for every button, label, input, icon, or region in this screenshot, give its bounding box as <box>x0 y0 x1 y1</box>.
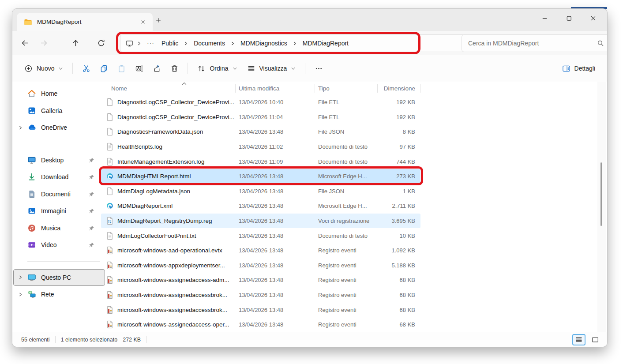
file-row[interactable]: microsoft-windows-assignedaccessbrok...1… <box>101 302 420 317</box>
sidebar-item-questo-pc[interactable]: Questo PC <box>13 269 105 286</box>
column-header-name[interactable]: Nome <box>101 85 235 92</box>
sidebar-item-galleria[interactable]: Galleria <box>13 102 105 120</box>
file-row[interactable]: HealthScripts.log13/04/2026 11:02Documen… <box>101 139 420 154</box>
file-name-cell: microsoft-windows-assignedaccessbrok... <box>101 291 235 299</box>
edge-html-icon <box>106 202 113 210</box>
breadcrumb-segment[interactable]: MDMDiagnostics <box>237 38 291 48</box>
column-header-size[interactable]: Dimensione <box>377 85 420 92</box>
column-header-modified[interactable]: Ultima modifica <box>235 85 315 92</box>
vertical-scrollbar[interactable] <box>597 82 606 332</box>
scrollbar-thumb[interactable] <box>600 162 602 226</box>
sidebar-item-download[interactable]: Download <box>13 169 105 186</box>
list-lines-icon <box>247 64 255 73</box>
trash-icon <box>170 64 179 73</box>
column-header-type[interactable]: Tipo <box>315 85 377 92</box>
sidebar-item-label: Questo PC <box>41 274 71 281</box>
file-row[interactable]: MdmDiagLogMetadata.json13/04/2026 13:48F… <box>101 184 420 199</box>
cut-button[interactable] <box>77 60 95 77</box>
forward-arrow-icon <box>40 39 48 47</box>
event-log-icon <box>106 246 113 255</box>
share-button[interactable] <box>148 60 165 77</box>
sidebar-item-rete[interactable]: Rete <box>13 286 105 303</box>
view-button-label: Visualizza <box>259 65 287 72</box>
file-row[interactable]: MDMDiagReport.xml13/04/2026 13:48Microso… <box>101 199 420 214</box>
file-row[interactable]: DiagnosticLogCSP_Collector_DeviceProvi..… <box>101 95 420 110</box>
more-options-button[interactable] <box>310 60 327 77</box>
copy-button[interactable] <box>95 60 113 77</box>
column-separator[interactable] <box>235 84 236 93</box>
sidebar-item-home[interactable]: Home <box>13 85 105 102</box>
file-row[interactable]: microsoft-windows-appxdeploymentser...13… <box>101 258 420 273</box>
file-row[interactable]: microsoft-windows-assignedaccess-adm...1… <box>101 273 420 288</box>
file-name-cell: MdmDiagReport_RegistryDump.reg <box>101 217 235 225</box>
sidebar-item-immagini[interactable]: Immagini <box>13 203 105 220</box>
new-tab-button[interactable] <box>153 15 164 26</box>
address-bar[interactable]: ···PublicDocumentsMDMDiagnosticsMDMDiagR… <box>120 34 469 52</box>
breadcrumb-segment[interactable]: Documents <box>190 38 229 48</box>
sidebar-item-label: Musica <box>41 225 60 232</box>
chevron-down-icon <box>233 66 237 71</box>
file-size-cell: 744 KB <box>377 158 420 165</box>
file-list: Nome Ultima modifica Tipo Dimensione Dia… <box>101 82 420 332</box>
new-button[interactable]: Nuovo <box>19 60 68 77</box>
file-size-cell: 5.188 KB <box>377 262 420 269</box>
refresh-button[interactable] <box>95 37 107 49</box>
file-explorer-window: MDMDiagReport ···PublicDocumentsMDMDiagn… <box>12 9 607 347</box>
file-row[interactable]: MdmLogCollectorFootPrint.txt13/04/2026 1… <box>101 228 420 243</box>
close-button[interactable] <box>581 9 605 27</box>
chevron-right-icon[interactable] <box>16 292 24 297</box>
column-separator[interactable] <box>420 84 420 93</box>
chevron-right-icon[interactable] <box>183 41 189 46</box>
view-button[interactable]: Visualizza <box>242 60 301 77</box>
forward-button[interactable] <box>38 37 50 49</box>
file-name-cell: microsoft-windows-assignedaccess-adm... <box>101 276 235 284</box>
file-row[interactable]: microsoft-windows-aad-operational.evtx13… <box>101 243 420 258</box>
toolbar-divider <box>188 63 188 74</box>
pin-icon <box>88 242 94 248</box>
file-row[interactable]: DiagnosticLogCSP_Collector_DeviceProvi..… <box>101 110 420 125</box>
search-box[interactable] <box>462 34 607 52</box>
details-view-toggle[interactable] <box>572 334 585 345</box>
up-button[interactable] <box>69 37 82 49</box>
chevron-right-icon[interactable] <box>16 275 24 280</box>
file-size-cell: 192 KB <box>377 99 420 105</box>
rename-button[interactable] <box>130 60 148 77</box>
chevron-right-icon[interactable] <box>292 41 298 46</box>
tab-close-button[interactable] <box>138 17 148 27</box>
breadcrumb-ellipsis[interactable]: ··· <box>143 38 158 48</box>
file-row[interactable]: DiagnosticsFrameworkData.json13/04/2026 … <box>101 124 420 139</box>
sidebar-item-musica[interactable]: Musica <box>13 220 105 237</box>
minimize-button[interactable] <box>533 9 557 27</box>
sort-button[interactable]: Ordina <box>192 60 242 77</box>
file-row[interactable]: MDMDiagHTMLReport.html13/04/2026 13:48Mi… <box>101 169 420 184</box>
file-name-text: DiagnosticLogCSP_Collector_DeviceProvi..… <box>117 114 234 120</box>
search-input[interactable] <box>467 39 597 47</box>
breadcrumb-segment[interactable]: Public <box>158 38 182 48</box>
sidebar-item-video[interactable]: Video <box>13 236 105 254</box>
explorer-tab[interactable]: MDMDiagReport <box>17 13 153 31</box>
column-separator[interactable] <box>315 84 315 93</box>
column-separator[interactable] <box>377 84 378 93</box>
back-button[interactable] <box>19 37 31 49</box>
sidebar-item-documenti[interactable]: Documenti <box>13 186 105 203</box>
file-row[interactable]: MdmDiagReport_RegistryDump.reg13/04/2026… <box>101 214 420 229</box>
file-modified-cell: 13/04/2026 13:48 <box>235 128 315 135</box>
paste-button-disabled[interactable] <box>113 60 130 77</box>
file-name-cell: MdmLogCollectorFootPrint.txt <box>101 232 235 240</box>
maximize-button[interactable] <box>557 9 581 27</box>
file-row[interactable]: microsoft-windows-assignedaccess-oper...… <box>101 317 420 332</box>
thumbnail-view-toggle[interactable] <box>589 334 602 345</box>
chevron-right-icon[interactable] <box>229 41 236 46</box>
details-pane-button[interactable]: Dettagli <box>557 60 600 77</box>
chevron-right-icon[interactable] <box>136 41 143 46</box>
chevron-right-icon[interactable] <box>16 125 24 130</box>
sidebar-item-label: Immagini <box>41 207 66 214</box>
breadcrumb-segment[interactable]: MDMDiagReport <box>299 38 352 48</box>
delete-button[interactable] <box>165 60 183 77</box>
this-pc-icon <box>27 273 36 282</box>
sidebar-item-onedrive[interactable]: OneDrive <box>13 119 105 136</box>
sidebar-item-desktop[interactable]: Desktop <box>13 152 105 169</box>
file-row[interactable]: IntuneManagementExtension.log13/04/2026 … <box>101 154 420 169</box>
file-row[interactable]: microsoft-windows-assignedaccessbrok...1… <box>101 288 420 303</box>
sort-ascending-icon[interactable] <box>181 82 187 86</box>
